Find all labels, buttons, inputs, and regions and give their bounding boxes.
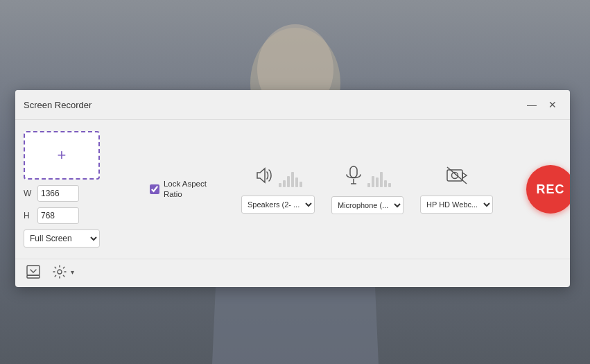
camera-icon <box>446 166 468 190</box>
svg-rect-6 <box>447 170 462 181</box>
dialog-footer: ▾ <box>15 259 570 287</box>
screen-recorder-dialog: Screen Recorder — ✕ + W H Full Screen Cu… <box>15 90 570 287</box>
width-label: W <box>24 189 33 198</box>
svg-point-11 <box>58 270 62 274</box>
settings-chevron-icon: ▾ <box>71 268 74 276</box>
camera-section: HP HD Webc... <box>420 166 493 214</box>
mic-bar-1 <box>367 183 370 187</box>
rec-section: REC <box>515 165 570 214</box>
mic-bar-6 <box>388 183 391 187</box>
vol-bar-1 <box>279 183 281 187</box>
add-region-icon: + <box>58 146 67 164</box>
height-label: H <box>24 211 33 220</box>
capture-mode-select[interactable]: Full Screen Custom Window <box>24 229 100 248</box>
height-input[interactable] <box>37 207 79 224</box>
screenshot-button[interactable] <box>24 263 43 280</box>
microphone-device: Microphone (... <box>331 165 404 214</box>
aspect-section: Lock Aspect Ratio <box>150 179 219 200</box>
vol-bar-4 <box>291 172 294 187</box>
capture-preview[interactable]: + <box>24 131 100 180</box>
screenshot-icon <box>26 265 40 279</box>
dialog-body: + W H Full Screen Custom Window Lock Asp… <box>15 120 570 259</box>
mic-bar-4 <box>380 172 383 187</box>
speakers-device: Speakers (2- ... <box>241 166 315 214</box>
mic-bar-5 <box>384 180 387 187</box>
mic-bar-2 <box>372 176 374 187</box>
svg-rect-10 <box>27 275 40 278</box>
speakers-top <box>254 166 302 190</box>
speakers-select[interactable]: Speakers (2- ... <box>241 196 315 214</box>
speakers-volume-bars <box>279 168 302 187</box>
camera-select[interactable]: HP HD Webc... <box>420 196 493 214</box>
camera-icon-wrap <box>446 166 468 190</box>
width-row: W <box>24 185 141 202</box>
width-input[interactable] <box>37 185 79 202</box>
dialog-title: Screen Recorder <box>24 100 92 110</box>
mic-bar-3 <box>376 177 379 187</box>
svg-rect-3 <box>350 166 357 177</box>
minimize-button[interactable]: — <box>523 96 541 114</box>
microphone-select[interactable]: Microphone (... <box>331 196 404 214</box>
vol-bar-5 <box>295 177 298 187</box>
lock-aspect-checkbox[interactable] <box>150 184 159 195</box>
capture-section: + W H Full Screen Custom Window <box>24 131 141 248</box>
vol-bar-6 <box>300 182 302 187</box>
close-button[interactable]: ✕ <box>544 96 562 114</box>
record-button[interactable]: REC <box>526 165 570 214</box>
svg-rect-9 <box>27 266 40 275</box>
vol-bar-3 <box>287 176 290 187</box>
height-row: H <box>24 207 141 224</box>
av-section: Speakers (2- ... <box>241 165 493 214</box>
microphone-icon <box>344 165 363 191</box>
lock-aspect-label: Lock Aspect Ratio <box>164 179 219 200</box>
settings-icon <box>53 265 67 279</box>
settings-button[interactable] <box>50 263 69 280</box>
speaker-icon <box>254 166 275 190</box>
microphone-volume-bars <box>367 168 391 187</box>
vol-bar-2 <box>283 180 286 187</box>
titlebar-controls: — ✕ <box>523 96 562 114</box>
microphone-top <box>344 165 391 191</box>
settings-group: ▾ <box>50 263 74 280</box>
titlebar: Screen Recorder — ✕ <box>15 90 570 120</box>
rec-label: REC <box>536 182 564 197</box>
